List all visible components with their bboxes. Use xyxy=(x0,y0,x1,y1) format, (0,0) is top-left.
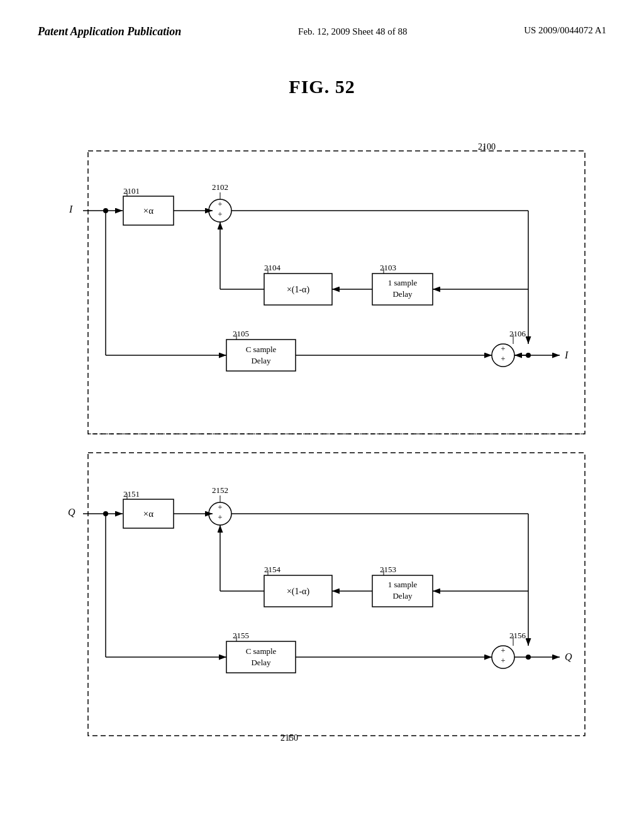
svg-text:+: + xyxy=(501,646,505,655)
svg-text:×α: ×α xyxy=(143,509,153,519)
page-header: Patent Application Publication Feb. 12, … xyxy=(0,0,644,38)
svg-text:×(1-α): ×(1-α) xyxy=(287,285,310,295)
svg-text:+: + xyxy=(501,344,505,353)
svg-text:2152: 2152 xyxy=(212,485,228,495)
svg-text:Delay: Delay xyxy=(251,356,271,365)
svg-text:×α: ×α xyxy=(143,206,153,216)
svg-text:2155: 2155 xyxy=(233,631,249,640)
sheet-info: Feb. 12, 2009 Sheet 48 of 88 xyxy=(298,25,407,38)
svg-text:Delay: Delay xyxy=(392,289,413,299)
publication-title: Patent Application Publication xyxy=(38,25,181,38)
svg-point-96 xyxy=(103,511,108,516)
svg-text:+: + xyxy=(218,512,222,522)
svg-text:C sample: C sample xyxy=(246,646,277,656)
svg-text:+: + xyxy=(501,354,505,363)
svg-text:2101: 2101 xyxy=(123,186,140,196)
svg-text:2100: 2100 xyxy=(478,142,496,152)
svg-text:×(1-α): ×(1-α) xyxy=(287,587,310,597)
svg-rect-1 xyxy=(88,151,585,434)
svg-text:+: + xyxy=(218,502,222,512)
svg-text:+: + xyxy=(218,199,222,209)
svg-text:2103: 2103 xyxy=(380,263,396,272)
svg-rect-49 xyxy=(88,453,585,736)
svg-text:I: I xyxy=(69,204,73,214)
svg-text:I: I xyxy=(564,350,569,360)
svg-point-98 xyxy=(526,655,531,660)
svg-text:C sample: C sample xyxy=(246,345,277,354)
svg-text:+: + xyxy=(501,656,505,665)
svg-text:1 sample: 1 sample xyxy=(388,278,418,287)
figure-title: FIG. 52 xyxy=(0,76,644,97)
diagram-area: 2100 I ×α 2101 + + 2102 1 sample Delay 2… xyxy=(50,138,591,767)
svg-text:Delay: Delay xyxy=(251,658,271,667)
svg-text:2156: 2156 xyxy=(509,631,526,640)
svg-point-97 xyxy=(526,353,531,358)
svg-text:2105: 2105 xyxy=(233,329,249,338)
patent-number: US 2009/0044072 A1 xyxy=(524,25,606,36)
svg-text:+: + xyxy=(218,209,222,219)
svg-text:2153: 2153 xyxy=(380,565,396,574)
svg-point-95 xyxy=(103,208,108,213)
svg-text:2102: 2102 xyxy=(212,182,228,192)
svg-text:2151: 2151 xyxy=(123,489,140,499)
svg-text:Q: Q xyxy=(565,651,572,662)
svg-text:Q: Q xyxy=(68,507,75,517)
svg-text:1 sample: 1 sample xyxy=(388,580,418,589)
svg-text:2106: 2106 xyxy=(509,329,526,338)
svg-text:Delay: Delay xyxy=(392,591,413,600)
svg-text:2154: 2154 xyxy=(264,565,281,574)
svg-text:2104: 2104 xyxy=(264,263,281,272)
